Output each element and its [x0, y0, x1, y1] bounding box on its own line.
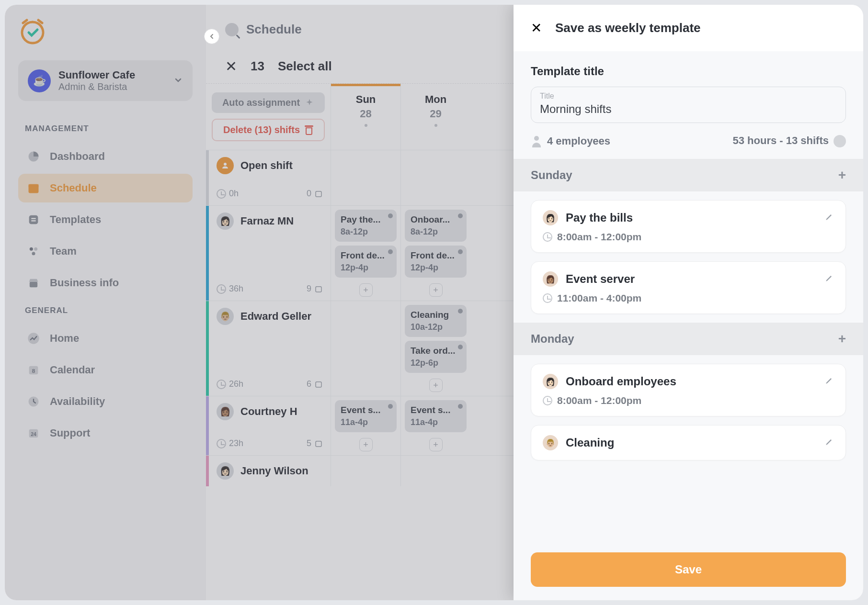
- clock-icon: [543, 396, 552, 405]
- org-selector[interactable]: ☕ Sunflower Cafe Admin & Barista: [18, 60, 193, 101]
- avatar: 👩🏽: [543, 271, 558, 287]
- employee-name: Courtney H: [240, 405, 297, 418]
- calendar-small-icon: [314, 190, 323, 198]
- svg-rect-2: [29, 184, 39, 187]
- add-shift[interactable]: +: [429, 283, 443, 297]
- select-all[interactable]: Select all: [278, 59, 332, 74]
- svg-point-6: [30, 247, 33, 251]
- row-open-shift: Open shift: [240, 159, 293, 172]
- avatar: 👩🏻: [543, 374, 558, 389]
- svg-rect-9: [30, 282, 37, 288]
- employee-name: Jenny Wilson: [240, 465, 308, 477]
- calendar-small-icon: [314, 285, 323, 293]
- clear-selection[interactable]: ✕: [225, 58, 237, 75]
- person-icon: [531, 136, 542, 147]
- save-button[interactable]: Save: [531, 552, 846, 587]
- avatar: 👩🏻: [217, 213, 234, 230]
- support-icon: 24: [27, 426, 40, 440]
- clock-icon: [217, 380, 226, 389]
- add-icon[interactable]: +: [838, 331, 846, 347]
- search-icon[interactable]: [225, 23, 239, 36]
- clock-icon: [834, 135, 846, 147]
- add-shift[interactable]: +: [359, 283, 373, 297]
- section-management: MANAGEMENT: [25, 124, 193, 134]
- calendar-small-icon: [314, 439, 323, 448]
- day-mon[interactable]: Mon 29: [400, 84, 470, 150]
- sidebar-item-schedule[interactable]: Schedule: [18, 174, 193, 202]
- title-input[interactable]: [540, 102, 837, 116]
- close-icon[interactable]: ✕: [531, 20, 542, 36]
- avatar: 👩🏽: [217, 403, 234, 420]
- clock-icon: [543, 293, 552, 303]
- list-icon: [27, 213, 40, 226]
- chart-icon: [27, 332, 40, 345]
- clock-icon: [217, 439, 226, 448]
- save-template-panel: ✕ Save as weekly template Template title…: [514, 5, 863, 600]
- edit-icon[interactable]: [824, 212, 834, 224]
- add-icon[interactable]: +: [838, 168, 846, 183]
- avatar: 👨🏼: [217, 308, 234, 325]
- svg-text:24: 24: [31, 431, 36, 437]
- trash-icon: [305, 125, 313, 135]
- shift[interactable]: Front de...12p-4p: [405, 246, 467, 278]
- template-shift-card[interactable]: 👩🏻 Onboard employees 8:00am - 12:00pm: [531, 364, 846, 416]
- day-header-monday: Monday +: [514, 323, 863, 355]
- add-shift[interactable]: +: [359, 438, 373, 451]
- svg-point-7: [34, 247, 37, 251]
- org-role: Admin & Barista: [58, 81, 166, 92]
- sidebar-item-team[interactable]: Team: [18, 237, 193, 266]
- sparkle-icon: [305, 98, 314, 108]
- shift[interactable]: Cleaning10a-12p: [405, 305, 467, 337]
- svg-rect-18: [316, 286, 321, 291]
- svg-rect-3: [29, 215, 38, 224]
- avatar: 👩🏻: [543, 210, 558, 225]
- day-sun[interactable]: Sun 28: [331, 84, 400, 150]
- shift[interactable]: Pay the...8a-12p: [335, 210, 397, 242]
- template-title-label: Template title: [514, 65, 863, 87]
- auto-assign-button[interactable]: Auto assignment: [212, 92, 325, 113]
- svg-rect-19: [316, 381, 321, 387]
- shift[interactable]: Onboar...8a-12p: [405, 210, 467, 242]
- sidebar-item-calendar[interactable]: 8 Calendar: [18, 356, 193, 384]
- section-general: GENERAL: [25, 306, 193, 315]
- sidebar-item-business[interactable]: Business info: [18, 269, 193, 297]
- edit-icon[interactable]: [824, 273, 834, 285]
- edit-icon[interactable]: [824, 437, 834, 448]
- shift[interactable]: Event s...11a-4p: [335, 400, 397, 432]
- template-shift-card[interactable]: 👩🏽 Event server 11:00am - 4:00pm: [531, 261, 846, 314]
- shift[interactable]: Event s...11a-4p: [405, 400, 467, 432]
- sidebar-item-templates[interactable]: Templates: [18, 205, 193, 234]
- org-name: Sunflower Cafe: [58, 69, 166, 81]
- clock-icon: [217, 189, 226, 199]
- chevron-down-icon: [173, 75, 183, 87]
- calendar-icon: [27, 181, 40, 195]
- sidebar-collapse[interactable]: [204, 29, 219, 44]
- pie-icon: [27, 150, 40, 163]
- template-shift-card[interactable]: 👩🏻 Pay the bills 8:00am - 12:00pm: [531, 200, 846, 253]
- add-shift[interactable]: +: [429, 438, 443, 451]
- sidebar-item-availability[interactable]: Availability: [18, 387, 193, 416]
- employee-name: Farnaz MN: [240, 215, 294, 227]
- svg-rect-5: [31, 220, 35, 221]
- svg-rect-4: [31, 218, 35, 219]
- sidebar-item-home[interactable]: Home: [18, 324, 193, 353]
- svg-point-8: [32, 252, 35, 255]
- date-icon: 8: [27, 363, 40, 377]
- shift[interactable]: Front de...12p-4p: [335, 246, 397, 278]
- svg-point-16: [224, 163, 227, 166]
- sidebar: ☕ Sunflower Cafe Admin & Barista MANAGEM…: [5, 5, 206, 600]
- calendar-small-icon: [314, 380, 323, 389]
- open-shift-icon: [217, 157, 234, 174]
- template-shift-card[interactable]: 👨🏼 Cleaning: [531, 425, 846, 460]
- delete-shifts-button[interactable]: Delete (13) shifts: [212, 119, 325, 141]
- edit-icon[interactable]: [824, 376, 834, 387]
- page-title: Schedule: [246, 22, 302, 37]
- avatar: 👨🏼: [543, 435, 558, 450]
- sidebar-item-dashboard[interactable]: Dashboard: [18, 142, 193, 171]
- svg-rect-17: [316, 191, 321, 196]
- clock-icon: [217, 284, 226, 294]
- shift[interactable]: Take ord...12p-6p: [405, 341, 467, 373]
- sidebar-item-support[interactable]: 24 Support: [18, 419, 193, 448]
- title-field[interactable]: Title: [531, 87, 846, 123]
- add-shift[interactable]: +: [429, 379, 443, 392]
